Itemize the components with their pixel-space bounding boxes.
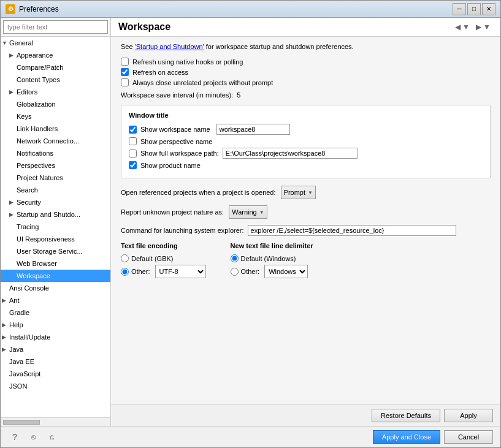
- sidebar-item-compare-patch[interactable]: Compare/Patch: [1, 61, 110, 74]
- window-title: Preferences: [19, 5, 453, 13]
- sidebar-label: Keys: [17, 113, 31, 120]
- sidebar-tree: ▼ General ▶ Appearance Compare/Patch Con…: [1, 37, 111, 417]
- report-unknown-dropdown[interactable]: Warning: [229, 205, 267, 219]
- sidebar-label: Search: [17, 186, 38, 194]
- sidebar-item-java[interactable]: ▶ Java: [1, 343, 110, 355]
- default-line-radio[interactable]: [231, 254, 239, 262]
- help-icon[interactable]: ?: [8, 430, 21, 444]
- sidebar-item-perspectives[interactable]: Perspectives: [1, 159, 110, 172]
- sidebar-item-globalization[interactable]: Globalization: [1, 98, 110, 110]
- default-encoding-radio[interactable]: [121, 254, 129, 262]
- checkbox-refresh-access: Refresh on access: [121, 68, 491, 76]
- sidebar-label: Content Types: [17, 76, 60, 83]
- main-split: ▼ General ▶ Appearance Compare/Patch Con…: [1, 18, 500, 426]
- expand-icon: ▼: [2, 40, 9, 46]
- encoding-container: Text file encoding Default (GBK) Other:: [121, 242, 491, 278]
- line-delimiter-group: New text file line delimiter Default (Wi…: [231, 242, 313, 278]
- import-preferences-icon[interactable]: ⎌: [45, 430, 58, 444]
- sidebar-label: Compare/Patch: [17, 64, 63, 71]
- sidebar-item-notifications[interactable]: Notifications: [1, 147, 110, 159]
- sidebar-item-security[interactable]: ▶ Security: [1, 196, 110, 208]
- report-unknown-value: Warning: [232, 208, 257, 216]
- sidebar-label: Install/Update: [9, 333, 50, 341]
- expand-icon: ▶: [2, 346, 9, 352]
- content-area: ▼ General ▶ Appearance Compare/Patch Con…: [1, 18, 500, 447]
- sidebar-item-appearance[interactable]: ▶ Appearance: [1, 49, 110, 61]
- sidebar-label: JSON: [9, 382, 27, 390]
- close-button[interactable]: ✕: [482, 3, 495, 15]
- restore-defaults-button[interactable]: Restore Defaults: [372, 409, 440, 422]
- show-product-name-checkbox[interactable]: [129, 161, 137, 169]
- apply-and-close-button[interactable]: Apply and Close: [373, 430, 440, 444]
- sidebar-item-search[interactable]: Search: [1, 184, 110, 196]
- section-title: Window title: [129, 112, 483, 119]
- sidebar-item-gradle[interactable]: Gradle: [1, 306, 110, 319]
- sidebar-item-content-types[interactable]: Content Types: [1, 74, 110, 86]
- full-path-input[interactable]: [223, 148, 358, 159]
- show-workspace-name-row: Show workspace name: [129, 124, 483, 135]
- sidebar-item-install-update[interactable]: ▶ Install/Update: [1, 331, 110, 343]
- sidebar-label: Web Browser: [17, 260, 57, 267]
- window-icon: ⚙: [6, 4, 15, 14]
- show-perspective-name-checkbox[interactable]: [129, 137, 137, 145]
- export-preferences-icon[interactable]: ⎋: [26, 430, 40, 444]
- sidebar-label: Java: [9, 346, 23, 353]
- sidebar-item-help[interactable]: ▶ Help: [1, 319, 110, 331]
- sidebar-item-json[interactable]: JSON: [1, 380, 110, 392]
- minimize-button[interactable]: ─: [453, 3, 466, 15]
- expand-icon: ▶: [2, 334, 9, 340]
- workspace-name-input[interactable]: [216, 124, 290, 135]
- back-button[interactable]: ◀ ▼: [453, 21, 472, 32]
- open-referenced-dropdown[interactable]: Prompt: [281, 186, 316, 199]
- cancel-button[interactable]: Cancel: [444, 430, 493, 444]
- sidebar-item-javascript[interactable]: JavaScript: [1, 368, 110, 380]
- forward-button[interactable]: ▶ ▼: [473, 21, 493, 32]
- checkbox-refresh-access-input[interactable]: [121, 68, 129, 76]
- apply-button[interactable]: Apply: [444, 409, 493, 422]
- sidebar-label: Java EE: [9, 358, 34, 365]
- checkbox-label: Refresh using native hooks or polling: [132, 58, 243, 66]
- sidebar-label: General: [9, 39, 33, 47]
- sidebar-item-network[interactable]: Network Connectio...: [1, 135, 110, 147]
- show-product-name-label: Show product name: [140, 162, 201, 169]
- other-encoding-row: Other: UTF-8 UTF-16 ISO-8859-1 GBK: [121, 265, 206, 278]
- line-delimiter-select[interactable]: Windows Unix Mac: [264, 265, 308, 278]
- show-workspace-name-checkbox[interactable]: [129, 126, 137, 134]
- checkbox-refresh-native-input[interactable]: [121, 58, 129, 66]
- sidebar-item-startup[interactable]: ▶ Startup and Shutdo...: [1, 208, 110, 221]
- sidebar-item-general[interactable]: ▼ General: [1, 37, 110, 49]
- other-line-radio[interactable]: [231, 268, 239, 276]
- sidebar-item-workspace[interactable]: Workspace: [1, 270, 110, 282]
- sidebar-item-user-storage[interactable]: User Storage Servic...: [1, 245, 110, 257]
- filter-input[interactable]: [3, 20, 108, 34]
- sidebar-label: Ansi Console: [9, 284, 49, 292]
- panel-header: Workspace ◀ ▼ ▶ ▼: [111, 18, 500, 37]
- report-unknown-row: Report unknown project nature as: Warnin…: [121, 205, 491, 219]
- command-input[interactable]: [248, 225, 456, 236]
- sidebar-item-ant[interactable]: ▶ Ant: [1, 294, 110, 306]
- sidebar-item-tracing[interactable]: Tracing: [1, 221, 110, 233]
- sidebar-item-web-browser[interactable]: Web Browser: [1, 257, 110, 270]
- sidebar-item-ui-responsiveness[interactable]: UI Responsiveness: [1, 233, 110, 245]
- encoding-select[interactable]: UTF-8 UTF-16 ISO-8859-1 GBK: [155, 265, 206, 278]
- sidebar-item-link-handlers[interactable]: Link Handlers: [1, 123, 110, 135]
- other-encoding-radio[interactable]: [121, 268, 129, 276]
- command-label: Command for launching system explorer:: [121, 227, 244, 234]
- default-line-label: Default (Windows): [241, 255, 296, 262]
- sidebar-item-keys[interactable]: Keys: [1, 110, 110, 123]
- sidebar-item-editors[interactable]: ▶ Editors: [1, 86, 110, 98]
- checkbox-close-unrelated-input[interactable]: [121, 78, 129, 86]
- sidebar-item-ansi-console[interactable]: Ansi Console: [1, 282, 110, 294]
- expand-icon: ▶: [9, 199, 17, 205]
- window-title-section: Window title Show workspace name Show pe…: [121, 105, 491, 178]
- startup-link[interactable]: 'Startup and Shutdown': [135, 43, 204, 50]
- maximize-button[interactable]: □: [467, 3, 481, 15]
- sidebar-label: Gradle: [9, 309, 29, 316]
- nav-buttons: ◀ ▼ ▶ ▼: [453, 21, 493, 32]
- show-full-path-checkbox[interactable]: [129, 150, 137, 158]
- sidebar-item-java-ee[interactable]: Java EE: [1, 355, 110, 368]
- sidebar-item-project-natures[interactable]: Project Natures: [1, 172, 110, 184]
- report-unknown-label: Report unknown project nature as:: [121, 208, 224, 216]
- open-referenced-label: Open referenced projects when a project …: [121, 189, 276, 196]
- sidebar-scrollbar[interactable]: [1, 417, 110, 426]
